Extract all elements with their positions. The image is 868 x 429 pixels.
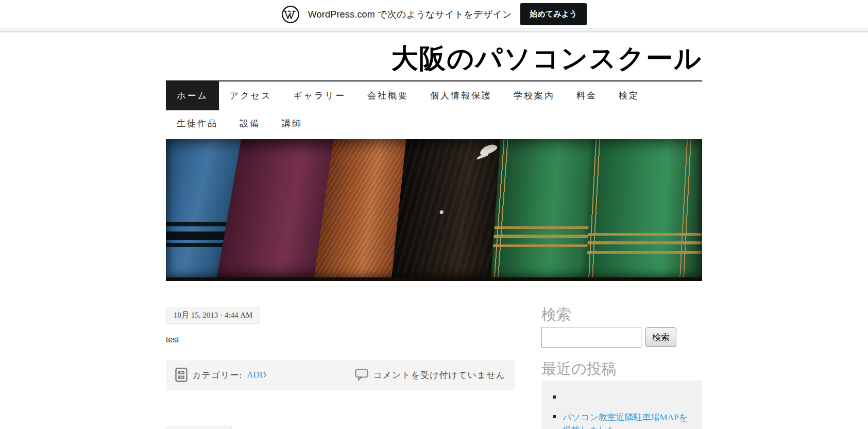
nav-link-company[interactable]: 会社概要 — [356, 81, 419, 110]
comment-bubble-icon — [355, 369, 368, 381]
recent-post-item[interactable] — [552, 392, 695, 399]
comments-meta: コメントを受け付けていません — [355, 369, 505, 381]
post-entry: 10月 15, 2013 · 4:44 AM test カテゴリー: ADD — [166, 307, 515, 390]
nav-link-instructors[interactable]: 講師 — [271, 110, 313, 137]
nav-link-access[interactable]: アクセス — [219, 81, 283, 110]
nav-link-privacy[interactable]: 個人情報保護 — [419, 81, 503, 110]
sidebar: 検索 検索 最近の投稿 パソコン教室近隣駐車場MAPを掲載しました — [541, 307, 702, 429]
nav-link-facilities[interactable]: 設備 — [229, 110, 271, 137]
header-image-book-spines — [166, 139, 702, 281]
category-link[interactable]: ADD — [247, 370, 266, 380]
search-widget-title: 検索 — [541, 307, 702, 323]
nav-item-certification[interactable]: 検定 — [608, 81, 650, 110]
nav-item-school-info[interactable]: 学校案内 — [503, 81, 566, 110]
promo-text: WordPress.com で次のようなサイトをデザイン — [308, 8, 512, 21]
page-container: 大阪のパソコンスクール ホーム アクセス ギャラリー 会社概要 個人情報保護 学… — [166, 32, 702, 429]
site-title[interactable]: 大阪のパソコンスクール — [166, 32, 702, 80]
category-archive-icon — [175, 368, 188, 382]
recent-posts-box: パソコン教室近隣駐車場MAPを掲載しました — [541, 381, 702, 429]
search-input[interactable] — [541, 327, 641, 348]
nav-item-facilities[interactable]: 設備 — [229, 110, 271, 137]
nav-row-2: 生徒作品 設備 講師 — [166, 110, 702, 137]
nav-item-gallery[interactable]: ギャラリー — [282, 81, 356, 110]
post-date-badge[interactable]: 10月 15, 2013 · 4:44 AM — [166, 307, 260, 324]
nav-item-pricing[interactable]: 料金 — [566, 81, 608, 110]
nav-item-access[interactable]: アクセス — [219, 81, 283, 110]
recent-post-item[interactable]: パソコン教室近隣駐車場MAPを掲載しました — [552, 411, 695, 429]
nav-item-home[interactable]: ホーム — [166, 81, 219, 110]
next-post-date-badge-clipped[interactable] — [166, 426, 232, 429]
wordpress-logo-icon — [281, 5, 300, 24]
nav-link-home[interactable]: ホーム — [166, 81, 219, 110]
nav-link-student-works[interactable]: 生徒作品 — [166, 110, 229, 137]
nav-row-1: ホーム アクセス ギャラリー 会社概要 個人情報保護 学校案内 料金 検定 — [166, 81, 702, 110]
nav-item-company[interactable]: 会社概要 — [356, 81, 419, 110]
search-submit-button[interactable]: 検索 — [645, 327, 676, 347]
content-area: 10月 15, 2013 · 4:44 AM test カテゴリー: ADD — [166, 307, 702, 429]
wordpress-promo-banner: WordPress.com で次のようなサイトをデザイン 始めてみよう — [0, 0, 868, 29]
recent-posts-widget-title: 最近の投稿 — [541, 361, 702, 377]
nav-item-student-works[interactable]: 生徒作品 — [166, 110, 229, 137]
post-meta-bar: カテゴリー: ADD コメントを受け付けていません — [166, 360, 515, 390]
recent-post-link-parking-map[interactable]: パソコン教室近隣駐車場MAPを掲載しました — [563, 412, 688, 429]
nav-link-school-info[interactable]: 学校案内 — [503, 81, 566, 110]
search-form: 検索 — [541, 327, 702, 348]
recent-posts-list: パソコン教室近隣駐車場MAPを掲載しました — [552, 392, 695, 429]
category-label: カテゴリー: — [192, 369, 242, 381]
main-navigation: ホーム アクセス ギャラリー 会社概要 個人情報保護 学校案内 料金 検定 生徒… — [166, 80, 702, 137]
nav-item-instructors[interactable]: 講師 — [271, 110, 313, 137]
get-started-button[interactable]: 始めてみよう — [520, 3, 587, 25]
comments-closed-text: コメントを受け付けていません — [373, 369, 505, 381]
category-meta: カテゴリー: ADD — [175, 368, 266, 382]
posts-column: 10月 15, 2013 · 4:44 AM test カテゴリー: ADD — [166, 307, 515, 429]
nav-link-certification[interactable]: 検定 — [608, 81, 650, 110]
nav-link-gallery[interactable]: ギャラリー — [282, 81, 356, 110]
header-image-shelf-edge — [166, 277, 702, 281]
nav-item-privacy[interactable]: 個人情報保護 — [419, 81, 503, 110]
nav-link-pricing[interactable]: 料金 — [566, 81, 608, 110]
header-image-vignette — [166, 139, 702, 281]
post-body-text: test — [166, 335, 515, 344]
